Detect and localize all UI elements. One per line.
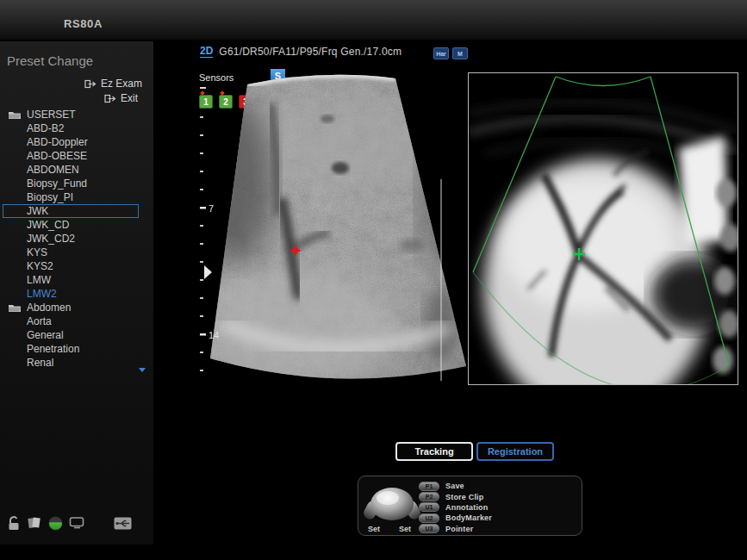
mode-2d-link[interactable]: 2D: [200, 46, 213, 58]
image-mode-badges: Har M: [433, 47, 468, 59]
exit-label: Exit: [121, 92, 138, 104]
set-left-label: Set: [368, 525, 380, 533]
key-badge-u1: U1: [419, 502, 439, 512]
depth-ruler: 7 14: [200, 116, 219, 371]
tree-item-biopsy-pi[interactable]: Biopsy_PI: [3, 190, 139, 204]
tree-item-lmw2-active[interactable]: LMW2: [3, 287, 139, 301]
ez-exam-label: Ez Exam: [101, 78, 142, 90]
system-model-label: RS80A: [64, 17, 103, 30]
tree-item-abd-obese[interactable]: ABD-OBESE: [3, 149, 139, 163]
unlock-icon: [7, 515, 21, 531]
usb-icon: [114, 516, 132, 531]
key-badge-u3: U3: [419, 524, 439, 533]
mapping-row-pointer: U3 Pointer: [419, 524, 492, 534]
documents-icon: [27, 515, 42, 531]
folder-icon: [8, 110, 22, 120]
m-badge-icon: M: [452, 47, 468, 59]
preset-tree: USERSET ABD-B2 ABD-Doppler ABD-OBESE ABD…: [0, 108, 153, 370]
tree-item-kys2[interactable]: KYS2: [3, 259, 139, 273]
tree-item-renal[interactable]: Renal: [3, 356, 139, 370]
tracking-button[interactable]: Tracking: [395, 442, 473, 461]
tree-item-general[interactable]: General: [3, 328, 139, 342]
harmonic-badge-icon: Har: [433, 47, 449, 59]
sidebar-title: Preset Change: [7, 53, 93, 68]
tree-item-jwk-selected[interactable]: JWK: [3, 204, 139, 218]
tree-item-abdomen-caps[interactable]: ABDOMEN: [3, 163, 139, 177]
tree-folder-abdomen[interactable]: Abdomen: [3, 301, 139, 314]
depth-label-14: 14: [209, 330, 219, 340]
tree-folder-userset[interactable]: USERSET: [3, 108, 139, 121]
mapping-row-save: P1 Save: [419, 481, 492, 491]
ultrasound-screen: RS80A Preset Change Ez Exam Exit USERSET…: [0, 0, 747, 560]
key-mapping-list: P1 Save P2 Store Clip U1 Annotation U2 B…: [419, 481, 492, 534]
trackball-graphic: Set Set: [364, 480, 420, 535]
ultrasound-fan: [198, 69, 470, 388]
exit-arrow-icon: [104, 94, 116, 103]
depth-label-7: 7: [209, 203, 214, 214]
folder-icon: [8, 303, 22, 313]
tree-item-jwk-cd2[interactable]: JWK_CD2: [3, 232, 139, 246]
ez-exam-button[interactable]: Ez Exam: [84, 78, 142, 90]
mri-reference-image[interactable]: [468, 72, 738, 385]
fusion-mode-buttons: Tracking Registration: [395, 442, 554, 461]
set-right-label: Set: [399, 525, 411, 533]
exit-button[interactable]: Exit: [104, 92, 138, 104]
trackball-help-panel: Set Set P1 Save P2 Store Clip U1 Annotat…: [358, 476, 582, 536]
tree-item-aorta[interactable]: Aorta: [3, 314, 139, 328]
image-parameter-bar: 2D G61/DR50/FA11/P95/Frq Gen./17.0cm: [200, 46, 402, 58]
focus-marker-icon: [204, 265, 212, 279]
system-status-icons: [7, 515, 132, 531]
key-badge-p1: P1: [419, 482, 439, 491]
title-bar: RS80A: [0, 0, 747, 40]
tree-item-kys[interactable]: KYS: [3, 246, 139, 259]
tree-item-biopsy-fund[interactable]: Biopsy_Fund: [3, 177, 139, 190]
tree-item-abd-doppler[interactable]: ABD-Doppler: [3, 135, 139, 149]
tree-item-lmw[interactable]: LMW: [3, 273, 139, 287]
status-led-icon: [48, 516, 63, 531]
key-badge-p2: P2: [419, 492, 439, 501]
registration-button[interactable]: Registration: [476, 442, 554, 461]
exit-arrow-icon: [84, 79, 96, 89]
image-parameters: G61/DR50/FA11/P95/Frq Gen./17.0cm: [219, 46, 402, 58]
mapping-row-bodymarker: U2 BodyMarker: [419, 513, 492, 523]
mapping-row-annotation: U1 Annotation: [419, 502, 492, 513]
tree-item-abd-b2[interactable]: ABD-B2: [3, 121, 139, 135]
ultrasound-image[interactable]: 7 14: [198, 69, 470, 388]
tree-item-jwk-cd[interactable]: JWK_CD: [3, 218, 139, 232]
mapping-row-store-clip: P2 Store Clip: [419, 491, 492, 501]
preset-sidebar: Preset Change Ez Exam Exit USERSET ABD-B…: [0, 41, 153, 544]
tree-item-penetration[interactable]: Penetration: [3, 342, 139, 356]
scroll-down-arrow-icon[interactable]: [139, 368, 146, 372]
key-badge-u2: U2: [419, 513, 439, 523]
monitor-icon: [69, 516, 86, 530]
